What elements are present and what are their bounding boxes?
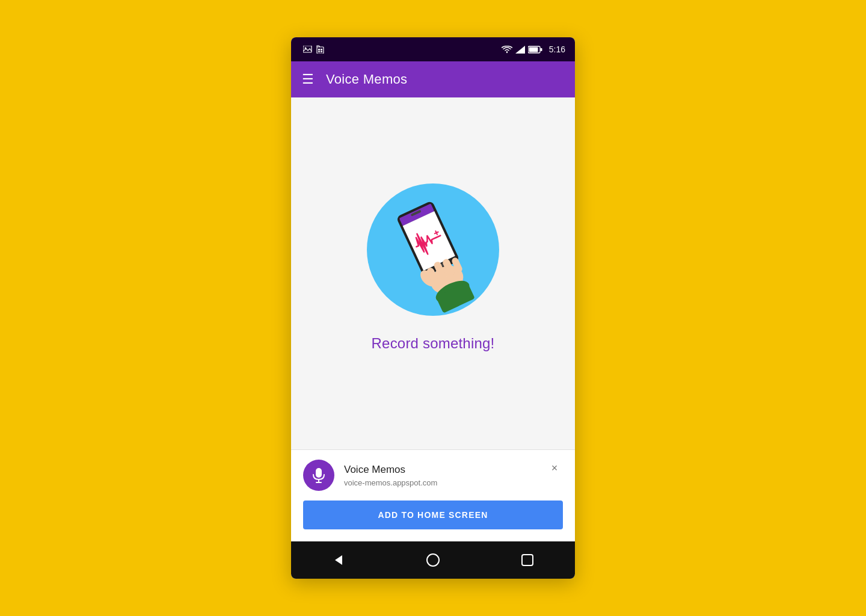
svg-point-31: [427, 554, 439, 566]
image-icon: [303, 46, 313, 54]
main-content: Record something!: [291, 97, 575, 449]
svg-rect-6: [318, 51, 320, 52]
recents-button[interactable]: [509, 542, 545, 578]
nav-bar: [291, 541, 575, 579]
record-label: Record something!: [372, 335, 495, 352]
home-button[interactable]: [415, 542, 451, 578]
app-bar: ☰ Voice Memos: [291, 61, 575, 97]
wifi-icon: [502, 46, 512, 54]
signal-icon: [515, 46, 525, 54]
svg-point-7: [506, 51, 508, 52]
illustration-circle: [367, 183, 499, 316]
banner-app-url: voice-memos.appspot.com: [344, 478, 563, 487]
svg-rect-32: [522, 555, 533, 565]
svg-marker-8: [515, 46, 525, 54]
svg-marker-30: [335, 555, 342, 565]
svg-rect-11: [540, 48, 542, 51]
status-icons: 5:16: [502, 45, 565, 54]
svg-rect-27: [316, 468, 322, 478]
battery-icon: [528, 46, 542, 54]
close-button[interactable]: ×: [546, 460, 563, 476]
banner-app-info: Voice Memos voice-memos.appspot.com: [344, 463, 563, 487]
svg-rect-2: [317, 47, 324, 54]
status-bar: 5:16: [291, 37, 575, 61]
phone-hand-illustration: [382, 186, 484, 313]
phone-frame: 5:16 ☰ Voice Memos: [291, 37, 575, 579]
svg-rect-4: [321, 49, 322, 51]
svg-rect-3: [318, 49, 320, 51]
status-time: 5:16: [549, 45, 565, 54]
sim-icon: [316, 45, 324, 54]
svg-rect-5: [321, 51, 322, 52]
recents-icon: [521, 553, 534, 567]
add-to-home-screen-button[interactable]: ADD TO HOME SCREEN: [303, 500, 563, 529]
back-icon: [331, 553, 346, 567]
banner-header: Voice Memos voice-memos.appspot.com ×: [303, 460, 563, 491]
add-to-home-banner: Voice Memos voice-memos.appspot.com × AD…: [291, 449, 575, 541]
home-icon: [426, 553, 440, 567]
back-button[interactable]: [321, 542, 357, 578]
app-title: Voice Memos: [326, 72, 407, 87]
svg-rect-10: [529, 47, 538, 52]
app-icon-circle: [303, 460, 334, 491]
microphone-icon: [310, 467, 327, 484]
menu-icon[interactable]: ☰: [302, 73, 314, 86]
status-left-icons: [303, 45, 324, 54]
banner-app-name: Voice Memos: [344, 463, 563, 476]
